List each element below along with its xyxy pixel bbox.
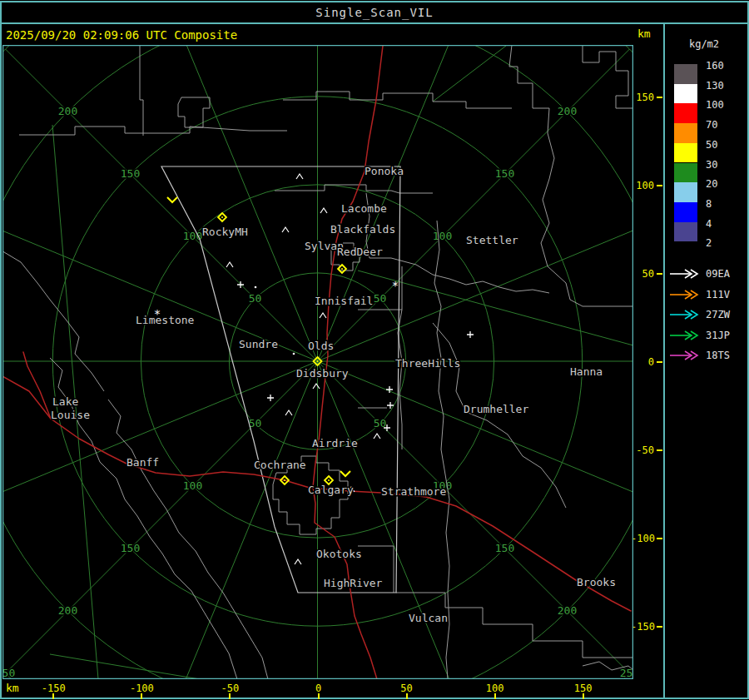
obs-caret-marker: [320, 208, 327, 213]
colorbar-swatch: [674, 64, 697, 84]
site-arrow-icon: [669, 309, 702, 320]
town-label: Brooks: [577, 576, 616, 588]
window-left-border: [0, 1, 2, 699]
town-label: Airdrie: [312, 437, 358, 449]
range-ring-label: 150: [495, 167, 514, 180]
town-label: Limestone: [136, 314, 195, 326]
town-label: Louise: [51, 409, 90, 421]
town-label: ThreeHills: [395, 357, 460, 370]
bottom-axis-tick-label: 100: [477, 683, 513, 694]
bottom-axis-tick: [494, 693, 496, 699]
colorbar-threshold-label: 100: [706, 99, 742, 111]
county-boundary: [396, 593, 633, 658]
bottom-axis-tick-label: -150: [35, 683, 72, 694]
bottom-axis-tick-label: 150: [565, 683, 602, 694]
county-boundary: [2, 250, 104, 391]
azimuth-spoke: [149, 361, 318, 679]
town-label: Drumheller: [464, 403, 528, 415]
bottom-axis-tick: [229, 693, 231, 699]
town-label: Innisfail: [315, 295, 373, 307]
obs-star-marker: *: [392, 279, 399, 292]
range-ring-label: 200: [558, 604, 577, 617]
bottom-axis-tick: [583, 693, 584, 699]
colorbar-swatch: [674, 202, 697, 222]
colorbar-threshold-label: 30: [706, 159, 742, 171]
town-label: Strathmore: [381, 485, 446, 498]
range-ring-label: 150: [121, 167, 140, 180]
graticule-line: [433, 46, 506, 102]
range-ring-label: 200: [58, 105, 77, 117]
bottom-axis-tick-label: -50: [211, 683, 248, 694]
colorbar-threshold-label: 130: [706, 80, 742, 92]
radar-site-center-dot: [317, 360, 319, 362]
town-label: Hanna: [570, 365, 603, 378]
right-axis-unit-label: km: [637, 26, 651, 42]
colorbar-swatch: [674, 143, 697, 163]
window-title: Single_Scan_VIL: [0, 2, 749, 22]
colorbar-threshold-label: 2: [706, 237, 742, 249]
town-label: RedDeer: [337, 246, 383, 258]
bottom-axis-tick-label: 50: [389, 683, 425, 694]
bottom-axis-tick: [52, 693, 54, 699]
right-axis-tick-label: -100: [631, 533, 654, 544]
radar-site-center-dot: [341, 268, 343, 270]
site-arrow-icon: [669, 350, 702, 361]
bottom-axis-tick: [141, 693, 142, 699]
right-axis-tick-label: 150: [631, 92, 654, 103]
obs-caret-marker: [320, 313, 326, 318]
colorbar-swatch: [674, 123, 697, 143]
town-label: Ponoka: [365, 165, 404, 177]
colorbar-threshold-label: 50: [706, 139, 742, 151]
bottom-axis-tick: [406, 693, 408, 699]
window-bottom-border: [0, 698, 749, 699]
map-layers: 5050505010010010010015015015015020020020…: [2, 45, 633, 679]
town-label: Lacombe: [341, 202, 387, 215]
obs-plus-marker: [467, 331, 474, 338]
county-boundary: [509, 45, 633, 306]
range-ring-label: 200: [58, 604, 77, 617]
town-label: Olds: [308, 340, 334, 352]
right-axis-tick: [657, 538, 662, 539]
town-label: Banff: [126, 456, 159, 469]
colorbar-threshold-label: 4: [706, 218, 742, 230]
radar-site-center-dot: [328, 479, 330, 481]
town-label: Vulcan: [409, 612, 448, 624]
town-label: Calgary: [308, 484, 354, 496]
colorbar-unit-label: kg/m2: [671, 38, 737, 50]
town-label: Sundre: [239, 338, 278, 350]
site-id-label: 27ZW: [706, 309, 746, 320]
right-axis-tick: [657, 626, 662, 628]
right-axis-tick-label: 50: [631, 268, 654, 280]
site-arrow-icon: [669, 289, 702, 300]
obs-dot-marker: [255, 286, 257, 289]
storm-motion-arrow: [340, 471, 350, 476]
range-ring-label: 100: [433, 230, 452, 242]
bottom-axis-unit-label: km: [6, 683, 19, 694]
radar-site-center-dot: [284, 479, 285, 481]
obs-caret-marker: [285, 410, 292, 415]
site-id-label: 111V: [706, 289, 746, 300]
storm-motion-arrow: [167, 197, 177, 202]
colorbar-swatch: [674, 163, 697, 183]
sidebar-divider: [663, 22, 665, 699]
site-arrow-icon: [669, 330, 702, 341]
radar-map-canvas[interactable]: 5050505010010010010015015015015020020020…: [2, 45, 633, 679]
right-axis-tick: [657, 97, 662, 98]
colorbar-threshold-label: 20: [706, 178, 742, 190]
range-ring-label: 50: [249, 292, 262, 305]
colorbar-swatch: [674, 182, 697, 202]
azimuth-spoke: [318, 361, 634, 530]
colorbar-threshold-label: 70: [706, 119, 742, 131]
county-boundary: [583, 45, 633, 108]
obs-plus-marker: [267, 395, 274, 401]
site-arrow-icon: [669, 268, 702, 280]
town-label: Cochrane: [254, 459, 306, 471]
town-label: RockyMH: [202, 226, 248, 238]
town-label: Okotoks: [316, 548, 362, 560]
azimuth-spoke: [2, 192, 318, 361]
highway: [23, 352, 51, 419]
azimuth-spoke: [318, 192, 634, 361]
town-label: HighRiver: [324, 577, 383, 589]
radar-site-center-dot: [221, 216, 223, 218]
azimuth-spoke: [2, 361, 318, 530]
